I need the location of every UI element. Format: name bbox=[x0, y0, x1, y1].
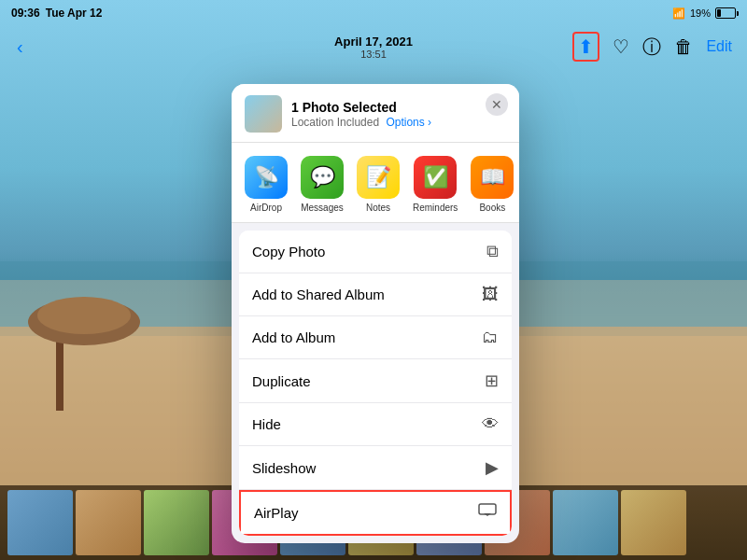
action-add-album[interactable]: Add to Album 🗂 bbox=[239, 316, 512, 359]
thumbnail-9[interactable] bbox=[553, 490, 618, 555]
nav-time: 13:51 bbox=[334, 49, 413, 60]
thumbnail-1[interactable] bbox=[7, 490, 73, 555]
status-bar: 09:36 Tue Apr 12 📶 19% bbox=[0, 0, 747, 26]
share-sheet-header-top: 1 Photo Selected Location Included Optio… bbox=[245, 95, 506, 133]
status-time: 09:36 bbox=[11, 7, 40, 20]
thumbnail-3[interactable] bbox=[144, 490, 209, 555]
copy-icon: ⧉ bbox=[486, 242, 499, 261]
share-sheet: 1 Photo Selected Location Included Optio… bbox=[232, 84, 519, 543]
add-album-icon: 🗂 bbox=[482, 328, 499, 347]
nav-bar: ‹ April 17, 2021 13:51 ⬆ ♡ ⓘ 🗑 Edit bbox=[0, 26, 747, 67]
options-link[interactable]: Options › bbox=[386, 116, 431, 129]
action-duplicate[interactable]: Duplicate ⊞ bbox=[239, 359, 512, 403]
app-notes[interactable]: 📝 Notes bbox=[357, 156, 400, 213]
reminders-icon: ✅ bbox=[414, 156, 457, 199]
action-hide[interactable]: Hide 👁 bbox=[239, 403, 512, 446]
status-left: 09:36 Tue Apr 12 bbox=[11, 7, 102, 20]
duplicate-label: Duplicate bbox=[252, 373, 311, 389]
battery-fill bbox=[717, 9, 721, 17]
back-button[interactable]: ‹ bbox=[15, 35, 25, 60]
add-shared-album-label: Add to Shared Album bbox=[252, 287, 385, 302]
books-icon: 📖 bbox=[471, 156, 514, 199]
heart-icon[interactable]: ♡ bbox=[613, 35, 629, 58]
messages-label: Messages bbox=[301, 203, 344, 213]
airdrop-icon: 📡 bbox=[245, 156, 288, 199]
share-sheet-apps: 📡 AirDrop 💬 Messages 📝 Notes ✅ Reminders… bbox=[232, 143, 519, 223]
location-included-text: Location Included bbox=[291, 116, 379, 129]
duplicate-icon: ⊞ bbox=[485, 371, 499, 391]
action-copy-photo[interactable]: Copy Photo ⧉ bbox=[239, 231, 512, 273]
action-slideshow[interactable]: Slideshow ▶ bbox=[239, 446, 512, 490]
status-right: 📶 19% bbox=[672, 7, 736, 20]
share-button[interactable]: ⬆ bbox=[572, 32, 599, 62]
battery-percent: 19% bbox=[690, 7, 711, 19]
airdrop-label: AirDrop bbox=[250, 203, 282, 213]
bottom-space bbox=[232, 536, 519, 543]
share-sheet-actions: Copy Photo ⧉ Add to Shared Album 🖼 Add t… bbox=[239, 231, 512, 536]
status-day-date: Tue Apr 12 bbox=[46, 7, 103, 20]
share-sheet-title: 1 Photo Selected bbox=[291, 100, 431, 115]
nav-title: April 17, 2021 13:51 bbox=[334, 35, 413, 60]
copy-photo-label: Copy Photo bbox=[252, 244, 325, 259]
notes-label: Notes bbox=[366, 203, 390, 213]
app-books[interactable]: 📖 Books bbox=[471, 156, 514, 213]
books-label: Books bbox=[479, 203, 505, 213]
svg-rect-7 bbox=[479, 504, 496, 514]
edit-button[interactable]: Edit bbox=[706, 38, 732, 55]
app-airdrop[interactable]: 📡 AirDrop bbox=[245, 156, 288, 213]
airplay-icon bbox=[478, 503, 497, 523]
nav-left: ‹ bbox=[15, 35, 25, 60]
trash-icon[interactable]: 🗑 bbox=[674, 36, 693, 58]
nav-right: ⬆ ♡ ⓘ 🗑 Edit bbox=[572, 32, 732, 62]
slideshow-icon: ▶ bbox=[486, 457, 499, 478]
share-sheet-close-button[interactable]: ✕ bbox=[486, 93, 508, 116]
thumbnail-10[interactable] bbox=[621, 490, 686, 555]
share-sheet-header: 1 Photo Selected Location Included Optio… bbox=[232, 84, 519, 143]
shared-album-icon: 🖼 bbox=[482, 285, 499, 304]
hide-label: Hide bbox=[252, 416, 281, 432]
app-reminders[interactable]: ✅ Reminders bbox=[413, 156, 458, 213]
messages-icon: 💬 bbox=[301, 156, 344, 199]
share-sheet-subtitle: Location Included Options › bbox=[291, 116, 431, 129]
share-sheet-info: 1 Photo Selected Location Included Optio… bbox=[291, 100, 431, 129]
thumbnail-2[interactable] bbox=[76, 490, 141, 555]
share-sheet-thumbnail bbox=[245, 95, 282, 133]
action-airplay[interactable]: AirPlay bbox=[239, 490, 512, 536]
wifi-icon: 📶 bbox=[672, 7, 685, 20]
notes-icon: 📝 bbox=[357, 156, 400, 199]
battery-icon bbox=[715, 7, 736, 19]
nav-date: April 17, 2021 bbox=[334, 35, 413, 49]
add-album-label: Add to Album bbox=[252, 329, 335, 345]
apps-row: 📡 AirDrop 💬 Messages 📝 Notes ✅ Reminders… bbox=[241, 156, 510, 213]
reminders-label: Reminders bbox=[413, 203, 458, 213]
slideshow-label: Slideshow bbox=[252, 460, 316, 476]
app-messages[interactable]: 💬 Messages bbox=[301, 156, 344, 213]
hide-icon: 👁 bbox=[482, 414, 499, 434]
airplay-label: AirPlay bbox=[254, 505, 299, 521]
info-icon[interactable]: ⓘ bbox=[642, 35, 661, 60]
action-add-shared-album[interactable]: Add to Shared Album 🖼 bbox=[239, 273, 512, 316]
